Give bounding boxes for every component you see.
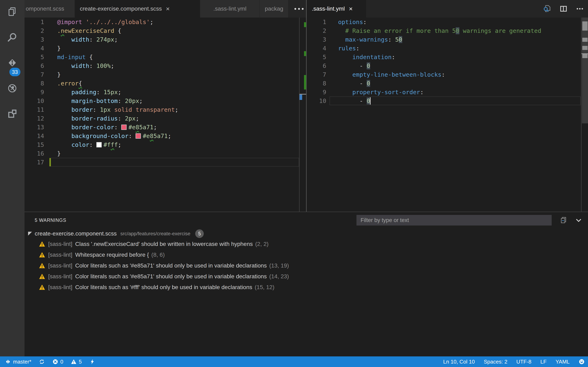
branch-button[interactable]: master* — [5, 359, 31, 365]
code-line-17[interactable]: 17 — [25, 158, 306, 167]
code-line-9[interactable]: 9 padding: 15px; — [25, 88, 306, 96]
problem-position: (13, 19) — [269, 262, 289, 269]
errors-count[interactable]: 0 — [52, 359, 63, 365]
line-number: 10 — [307, 98, 326, 104]
extensions-icon — [7, 108, 17, 119]
code-line-4[interactable]: 4} — [25, 44, 306, 53]
collapse-all-button[interactable] — [559, 216, 568, 225]
tab-create-exercise.component.scss[interactable]: create-exercise.component.scss× — [75, 0, 200, 17]
activitybar-item-search[interactable] — [7, 32, 17, 43]
code-line-10[interactable]: 10 - 0 — [307, 96, 588, 105]
color-swatch — [96, 142, 102, 147]
encoding[interactable]: UTF-8 — [516, 359, 531, 365]
overview-ruler-left[interactable] — [299, 17, 306, 212]
editor-left[interactable]: 1@import '../../../globals';2.newExercis… — [25, 17, 306, 212]
code-line-3[interactable]: 3 max-warnings: 50 — [307, 35, 588, 44]
problem-row[interactable]: [sass-lint]Color literals such as '#e85a… — [25, 260, 588, 271]
code-line-5[interactable]: 5md-input { — [25, 53, 306, 61]
indentation[interactable]: Spaces: 2 — [484, 359, 507, 365]
activitybar-item-extensions[interactable] — [7, 108, 17, 119]
code-line-11[interactable]: 11 border: 1px solid transparent; — [25, 105, 306, 114]
problem-row[interactable]: [sass-lint]Class '.newExerciseCard' shou… — [25, 239, 588, 249]
line-number: 1 — [307, 18, 326, 25]
code-line-8[interactable]: 8.error{ — [25, 79, 306, 88]
line-number: 13 — [25, 124, 44, 131]
code-line-1[interactable]: 1options: — [307, 17, 588, 26]
chevron-down-button[interactable] — [574, 216, 583, 225]
tab-packag[interactable]: packag — [260, 0, 288, 17]
code-line-16[interactable]: 16} — [25, 149, 306, 158]
code-line-12[interactable]: 12 border-radius: 2px; — [25, 114, 306, 123]
color-swatch — [136, 133, 141, 139]
code-line-7[interactable]: 7 empty-line-between-blocks: — [307, 70, 588, 79]
activitybar-item-source-control[interactable] — [7, 58, 17, 68]
problem-row[interactable]: [sass-lint]Color literals such as '#fff'… — [25, 282, 588, 292]
panel-header: 5 WARNINGS — [25, 212, 588, 228]
split-editor-icon[interactable] — [558, 3, 569, 14]
cursor-position[interactable]: Ln 10, Col 10 — [443, 359, 475, 365]
line-number: 2 — [25, 27, 44, 34]
code-line-5[interactable]: 5 indentation: — [307, 53, 588, 61]
code-text: @import '../../../globals'; — [57, 18, 153, 25]
line-number: 3 — [25, 36, 44, 43]
tab-label: omponent.scss — [26, 6, 64, 12]
activitybar-item-debug[interactable] — [7, 83, 17, 94]
code-line-3[interactable]: 3 width: 274px; — [25, 35, 306, 44]
problem-row[interactable]: [sass-lint]Color literals such as '#e85a… — [25, 271, 588, 282]
activitybar-item-explorer[interactable] — [7, 7, 17, 17]
warning-ruler-mark — [304, 51, 306, 56]
language-mode[interactable]: YAML — [555, 359, 570, 365]
editor-right[interactable]: 1options:2 # Raise an error if more than… — [307, 17, 588, 212]
code-line-6[interactable]: 6 - 0 — [307, 61, 588, 70]
line-number: 15 — [25, 141, 44, 148]
code-line-15[interactable]: 15 color: #fff; — [25, 140, 306, 149]
code-line-13[interactable]: 13 border-color: #e85a71; — [25, 123, 306, 132]
code-line-2[interactable]: 2.newExerciseCard { — [25, 26, 306, 35]
files-icon — [7, 7, 17, 17]
smiley-icon — [579, 359, 585, 365]
tab-omponent.scss[interactable]: omponent.scss — [25, 0, 75, 17]
occurrence-ruler-mark — [582, 46, 588, 50]
tab-.sass-lint.yml[interactable]: .sass-lint.yml× — [307, 0, 366, 17]
cursor-position-label: Ln 10, Col 10 — [443, 359, 475, 365]
activity-bar — [0, 0, 25, 356]
close-icon[interactable]: × — [349, 6, 353, 12]
code-line-8[interactable]: 8 - 0 — [307, 79, 588, 88]
more-tabs-button[interactable] — [291, 0, 307, 17]
problems-filter-input[interactable] — [356, 215, 552, 225]
code-line-9[interactable]: 9 property-sort-order: — [307, 88, 588, 96]
code-line-4[interactable]: 4rules: — [307, 44, 588, 53]
tab-label: packag — [265, 6, 283, 12]
line-number: 5 — [307, 54, 326, 60]
tab-.sass-lint.yml[interactable]: .sass-lint.yml — [200, 0, 260, 17]
occurrence-ruler-mark — [582, 53, 588, 58]
problem-row[interactable]: [sass-lint]Whitespace required before {(… — [25, 249, 588, 260]
close-icon[interactable]: × — [166, 6, 170, 12]
code-line-10[interactable]: 10 margin-bottom: 20px; — [25, 96, 306, 105]
problem-source: [sass-lint] — [48, 241, 72, 247]
twistie-expanded-icon[interactable] — [28, 231, 32, 236]
overview-ruler-right[interactable] — [581, 17, 588, 212]
sync-button[interactable] — [39, 359, 45, 365]
indentation-label: Spaces: 2 — [484, 359, 507, 365]
code-line-1[interactable]: 1@import '../../../globals'; — [25, 17, 306, 26]
status-bar-right: Ln 10, Col 10Spaces: 2UTF-8LFYAML — [443, 359, 588, 365]
warning-icon — [39, 262, 48, 269]
code-line-6[interactable]: 6 width: 100%; — [25, 61, 306, 70]
warnings-count[interactable]: 5 — [71, 359, 82, 365]
eol[interactable]: LF — [540, 359, 546, 365]
code-line-7[interactable]: 7} — [25, 70, 306, 79]
open-preview-icon[interactable] — [542, 3, 553, 14]
search-icon — [7, 32, 17, 43]
problems-file-row[interactable]: create-exercise.component.scss src/app/f… — [25, 229, 588, 239]
feedback-button[interactable] — [579, 359, 585, 365]
lightning-button[interactable] — [89, 359, 95, 365]
code-line-14[interactable]: 14 background-color: #e85a71; — [25, 132, 306, 140]
scrollbar-slider[interactable] — [582, 17, 588, 123]
problem-message: Color literals such as '#e85a71' should … — [75, 273, 267, 280]
code-line-2[interactable]: 2 # Raise an error if more than 50 warni… — [307, 26, 588, 35]
color-swatch — [121, 125, 127, 130]
problem-source: [sass-lint] — [48, 252, 72, 258]
more-actions-icon[interactable] — [575, 3, 585, 14]
warning-icon — [39, 241, 48, 247]
